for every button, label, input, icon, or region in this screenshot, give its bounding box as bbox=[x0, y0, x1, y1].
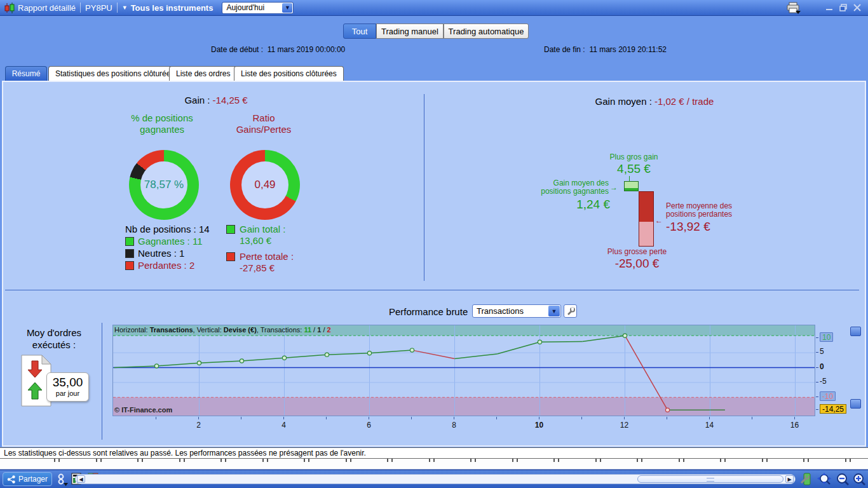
x-tick bbox=[369, 417, 369, 419]
print-button[interactable] bbox=[787, 2, 802, 16]
scrollbar-thumb[interactable] bbox=[637, 475, 783, 483]
y-tick bbox=[816, 396, 818, 397]
arrow-right-icon: → bbox=[610, 183, 618, 192]
minimize-button[interactable] bbox=[824, 3, 835, 13]
zoom-fit-icon[interactable] bbox=[817, 473, 830, 485]
zoom-in-icon[interactable] bbox=[853, 473, 865, 485]
vertical-divider bbox=[102, 323, 102, 440]
x-tick bbox=[624, 417, 625, 419]
x-tick bbox=[667, 417, 667, 419]
x-tick-label: 10 bbox=[532, 421, 547, 430]
legend-gagnantes: Gagnantes : 11 bbox=[125, 236, 202, 247]
chart-copyright: © IT-Finance.com bbox=[114, 406, 172, 414]
tab-tout[interactable]: Tout bbox=[343, 24, 376, 39]
chart-settings-button[interactable] bbox=[564, 304, 577, 318]
tab-statistiques[interactable]: Statistiques des positions clôturées bbox=[48, 66, 181, 81]
x-tick bbox=[411, 417, 412, 419]
restore-button[interactable] bbox=[837, 3, 849, 13]
y-tick bbox=[816, 367, 818, 368]
orders-value: 35,00 bbox=[47, 376, 88, 390]
date-end: Date de fin : 11 mars 2019 20:11:52 bbox=[544, 45, 667, 54]
x-tick bbox=[156, 417, 156, 419]
x-tick bbox=[283, 417, 284, 419]
orders-unit: par jour bbox=[47, 390, 88, 397]
clipped-tick bbox=[179, 459, 185, 462]
x-tick-label: 16 bbox=[787, 421, 803, 430]
legend-swatch bbox=[125, 261, 134, 270]
gain-total: Gain total :13,60 € bbox=[226, 224, 286, 247]
title-bar: Rapport détaillé PY8PU ▼Tous les instrum… bbox=[0, 0, 868, 16]
clipped-tick bbox=[220, 459, 226, 462]
orders-label: Moy d'ordres exécutés : bbox=[10, 327, 98, 351]
tab-liste-ordres[interactable]: Liste des ordres bbox=[169, 66, 237, 81]
tab-liste-positions[interactable]: Liste des positions clôturées bbox=[234, 66, 344, 81]
y-tick bbox=[816, 352, 818, 353]
legend-swatch bbox=[125, 237, 134, 246]
disclaimer-text: Les statistiques ci-dessus sont relative… bbox=[4, 449, 366, 458]
winrate-donut-chart: 78,57 % bbox=[129, 150, 199, 220]
x-tick bbox=[752, 417, 752, 419]
link-chart-icon[interactable] bbox=[56, 473, 69, 485]
x-tick-label: 8 bbox=[447, 421, 462, 430]
biggest-gain-label: Plus gros gain bbox=[588, 152, 680, 161]
chevron-down-icon[interactable]: ▼ bbox=[282, 3, 292, 13]
avg-gain-label: Gain moyen des positions gagnantes bbox=[531, 179, 609, 196]
x-tick bbox=[709, 417, 710, 419]
performance-chart[interactable]: Horizontal: Transactions, Vertical: Devi… bbox=[112, 325, 815, 416]
tab-resume[interactable]: Résumé bbox=[5, 66, 47, 81]
clipped-tick bbox=[595, 459, 601, 462]
close-button[interactable] bbox=[851, 3, 863, 13]
chart-tools-button[interactable] bbox=[799, 473, 812, 485]
date-start: Date de début : 11 mars 2019 00:00:00 bbox=[211, 45, 345, 54]
clipped-axis-strip bbox=[0, 459, 868, 470]
share-button[interactable]: Partager bbox=[3, 472, 52, 486]
legend-swatch bbox=[125, 249, 134, 258]
clipped-tick bbox=[512, 459, 518, 462]
clipped-tick bbox=[54, 459, 60, 462]
x-tick bbox=[581, 417, 582, 419]
tab-trading-manuel[interactable]: Trading manuel bbox=[376, 24, 444, 39]
instrument-selector[interactable]: ▼Tous les instruments bbox=[122, 3, 214, 13]
app-window: Rapport détaillé PY8PU ▼Tous les instrum… bbox=[0, 0, 868, 488]
chart-y-axis: 1050-5-10-14,25 bbox=[816, 325, 849, 420]
axis-scroll-up-button[interactable] bbox=[850, 327, 861, 336]
candlestick-icon bbox=[4, 3, 15, 15]
ratio-value: 0,49 bbox=[230, 150, 300, 220]
axis-scroll-down-button[interactable] bbox=[850, 399, 861, 409]
biggest-gain-value: 4,55 € bbox=[588, 162, 680, 176]
winrate-value: 78,57 % bbox=[129, 150, 199, 220]
ratio-title: Ratio Gains/Pertes bbox=[226, 112, 302, 135]
arrow-left-icon: ← bbox=[655, 216, 663, 225]
y-tick-label: 5 bbox=[820, 347, 824, 356]
winrate-title: % de positions gagnantes bbox=[127, 112, 197, 135]
series-select[interactable]: Transactions ▼ bbox=[472, 304, 561, 318]
legend-swatch bbox=[226, 252, 235, 261]
wrench-icon bbox=[566, 307, 575, 316]
clipped-tick bbox=[387, 459, 393, 462]
tab-trading-automatique[interactable]: Trading automatique bbox=[444, 24, 529, 39]
chart-x-axis: 246810121416 bbox=[112, 417, 816, 431]
scroll-left-button[interactable]: ◀ bbox=[77, 475, 85, 483]
clipped-tick bbox=[137, 459, 143, 462]
chevron-down-icon[interactable]: ▼ bbox=[548, 306, 560, 316]
clipped-tick bbox=[762, 459, 768, 462]
y-tick-label: 0 bbox=[820, 362, 824, 372]
chart-info-header: Horizontal: Transactions, Vertical: Devi… bbox=[114, 326, 331, 334]
y-tick bbox=[816, 409, 818, 410]
clipped-tick bbox=[803, 459, 809, 462]
positions-count: Nb de positions : 14 bbox=[125, 224, 210, 234]
account-code: PY8PU bbox=[85, 3, 112, 13]
horizontal-scrollbar[interactable]: ◀ ▶ bbox=[75, 474, 796, 484]
clipped-tick bbox=[346, 459, 351, 462]
avg-loss-value: -13,92 € bbox=[666, 220, 710, 234]
zoom-out-icon[interactable] bbox=[836, 473, 849, 485]
period-select[interactable]: Aujourd'hui ▼ bbox=[222, 2, 294, 14]
y-tick bbox=[816, 337, 818, 338]
x-tick-label: 14 bbox=[702, 421, 717, 430]
x-tick bbox=[539, 417, 539, 419]
divider bbox=[80, 3, 81, 13]
clipped-tick bbox=[262, 459, 268, 462]
disclaimer-bar: Les statistiques ci-dessus sont relative… bbox=[0, 447, 868, 459]
scroll-right-button[interactable]: ▶ bbox=[785, 475, 794, 483]
clipped-tick bbox=[845, 459, 851, 462]
